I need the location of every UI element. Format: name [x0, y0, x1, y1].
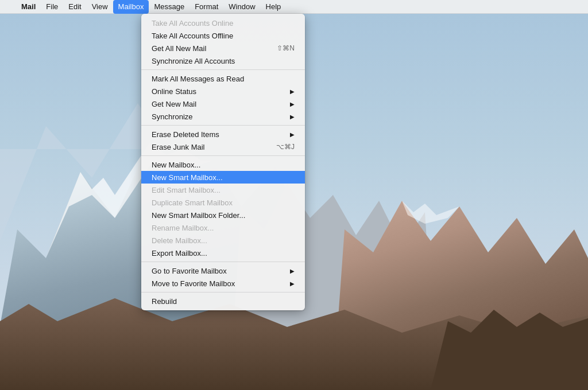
menubar: Mail File Edit View Mailbox Message Form… — [0, 0, 588, 14]
separator-4 — [141, 262, 305, 262]
arrow-synchronize: ▶ — [290, 114, 295, 120]
menu-item-sync-all[interactable]: Synchronize All Accounts — [141, 54, 305, 67]
separator-3 — [141, 155, 305, 156]
arrow-go-to-favorite: ▶ — [290, 268, 295, 274]
menu-view[interactable]: View — [87, 0, 113, 14]
menu-item-erase-deleted[interactable]: Erase Deleted Items ▶ — [141, 128, 305, 141]
menu-item-get-new-mail[interactable]: Get New Mail ▶ — [141, 98, 305, 110]
apple-menu[interactable] — [5, 0, 16, 14]
shortcut-get-all-mail: ⇧⌘N — [277, 44, 295, 52]
arrow-erase-deleted: ▶ — [290, 131, 295, 138]
menu-format[interactable]: Format — [189, 0, 223, 14]
arrow-move-to-favorite: ▶ — [290, 280, 295, 287]
menu-item-new-smart-mailbox[interactable]: New Smart Mailbox... — [141, 171, 305, 184]
arrow-get-new-mail: ▶ — [290, 101, 295, 107]
menu-item-mark-all-read[interactable]: Mark All Messages as Read — [141, 72, 305, 85]
separator-2 — [141, 125, 305, 126]
menu-item-new-smart-mailbox-folder[interactable]: New Smart Mailbox Folder... — [141, 209, 305, 221]
menu-mailbox[interactable]: Mailbox — [113, 0, 149, 14]
menu-item-erase-junk[interactable]: Erase Junk Mail ⌥⌘J — [141, 141, 305, 153]
menu-item-synchronize[interactable]: Synchronize ▶ — [141, 110, 305, 123]
menu-item-rename-mailbox[interactable]: Rename Mailbox... — [141, 221, 305, 234]
arrow-online-status: ▶ — [290, 88, 295, 95]
menu-item-delete-mailbox[interactable]: Delete Mailbox... — [141, 234, 305, 247]
menu-item-take-offline[interactable]: Take All Accounts Offline — [141, 29, 305, 42]
menu-item-duplicate-smart-mailbox[interactable]: Duplicate Smart Mailbox — [141, 196, 305, 209]
menu-item-export-mailbox[interactable]: Export Mailbox... — [141, 247, 305, 259]
menu-file[interactable]: File — [41, 0, 63, 14]
menu-message[interactable]: Message — [149, 0, 189, 14]
menu-help[interactable]: Help — [261, 0, 287, 14]
menu-item-new-mailbox[interactable]: New Mailbox... — [141, 158, 305, 171]
menu-item-take-online[interactable]: Take All Accounts Online — [141, 17, 305, 29]
menu-mail[interactable]: Mail — [16, 0, 41, 14]
menu-item-get-all-mail[interactable]: Get All New Mail ⇧⌘N — [141, 42, 305, 54]
menu-item-move-to-favorite[interactable]: Move to Favorite Mailbox ▶ — [141, 277, 305, 290]
menu-item-edit-smart-mailbox[interactable]: Edit Smart Mailbox... — [141, 184, 305, 196]
menu-item-online-status[interactable]: Online Status ▶ — [141, 85, 305, 98]
mailbox-dropdown-menu: Take All Accounts Online Take All Accoun… — [141, 14, 305, 310]
menu-item-rebuild[interactable]: Rebuild — [141, 295, 305, 307]
menu-window[interactable]: Window — [223, 0, 260, 14]
separator-1 — [141, 69, 305, 70]
menu-edit[interactable]: Edit — [63, 0, 86, 14]
shortcut-erase-junk: ⌥⌘J — [276, 143, 295, 151]
menu-item-go-to-favorite[interactable]: Go to Favorite Mailbox ▶ — [141, 264, 305, 277]
separator-5 — [141, 292, 305, 292]
